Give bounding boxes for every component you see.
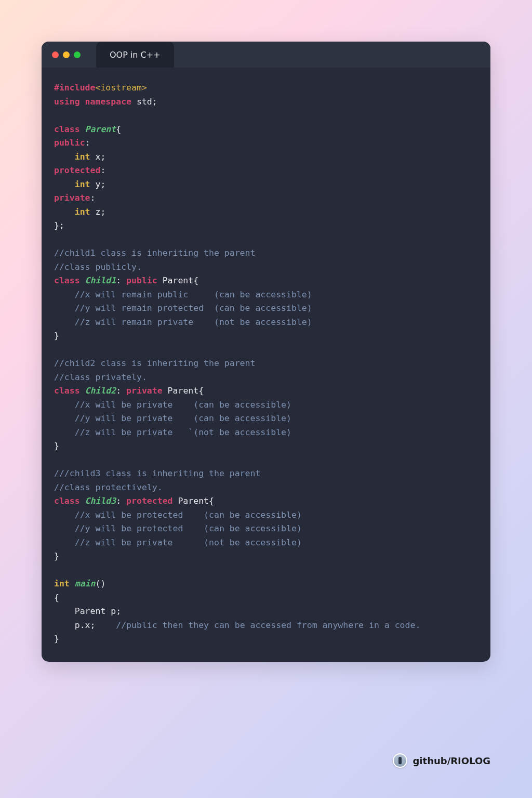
comment: //y will be private (can be accessible) <box>54 413 291 423</box>
code-content: #include<iostream> using namespace std; … <box>42 68 490 662</box>
credit-line: github/RIOLOG <box>393 753 490 768</box>
comment: //x will be private (can be accessible) <box>54 400 291 410</box>
titlebar: OOP in C++ <box>42 42 490 68</box>
stmt-parent-p: Parent p; <box>54 606 121 616</box>
stmt-px: p.x; <box>54 620 95 630</box>
comment: //z will be private `(not be accessible) <box>54 427 291 437</box>
comment: //x will be protected (can be accessible… <box>54 510 302 520</box>
comment: //y will be protected (can be accessible… <box>54 524 302 533</box>
kw-protected: protected <box>54 165 100 175</box>
comment: //class protectively. <box>54 482 163 492</box>
type-int: int <box>54 579 70 588</box>
window-controls <box>52 51 81 58</box>
class-child3: Child3 <box>85 496 116 506</box>
comment: ///child3 class is inheriting the parent <box>54 468 260 478</box>
var-z: z; <box>90 207 106 217</box>
kw-namespace: namespace <box>85 97 131 107</box>
comment: //class publicly. <box>54 262 142 272</box>
maximize-icon[interactable] <box>74 51 81 58</box>
var-y: y; <box>90 179 106 189</box>
kw-private: private <box>54 193 90 203</box>
comment: //public then they can be accessed from … <box>95 620 420 630</box>
type-int: int <box>75 152 90 162</box>
kw-class: class <box>54 124 80 134</box>
class-child1: Child1 <box>85 276 116 285</box>
comment: //z will remain private (not be accessib… <box>54 317 312 327</box>
avatar <box>393 753 407 768</box>
kw-public: public <box>54 138 85 148</box>
code-window: OOP in C++ #include<iostream> using name… <box>42 42 490 662</box>
comment: //x will remain public (can be accessibl… <box>54 290 312 299</box>
comment: //z will be private (not be accessible) <box>54 538 302 547</box>
comment: //y will remain protected (can be access… <box>54 303 312 313</box>
credit-text[interactable]: github/RIOLOG <box>413 755 490 766</box>
kw-using: using <box>54 97 80 107</box>
minimize-icon[interactable] <box>63 51 70 58</box>
comment: //child2 class is inheriting the parent <box>54 358 255 368</box>
var-x: x; <box>90 152 106 162</box>
class-child2: Child2 <box>85 386 116 396</box>
preproc-include: #include <box>54 83 95 93</box>
header-iostream: <iostream> <box>95 83 147 93</box>
std: std; <box>131 97 157 107</box>
class-parent: Parent <box>85 124 116 134</box>
fn-main: main <box>75 579 96 588</box>
file-tab[interactable]: OOP in C++ <box>96 42 174 68</box>
close-icon[interactable] <box>52 51 59 58</box>
comment: //child1 class is inheriting the parent <box>54 248 255 258</box>
comment: //class privately. <box>54 372 147 382</box>
